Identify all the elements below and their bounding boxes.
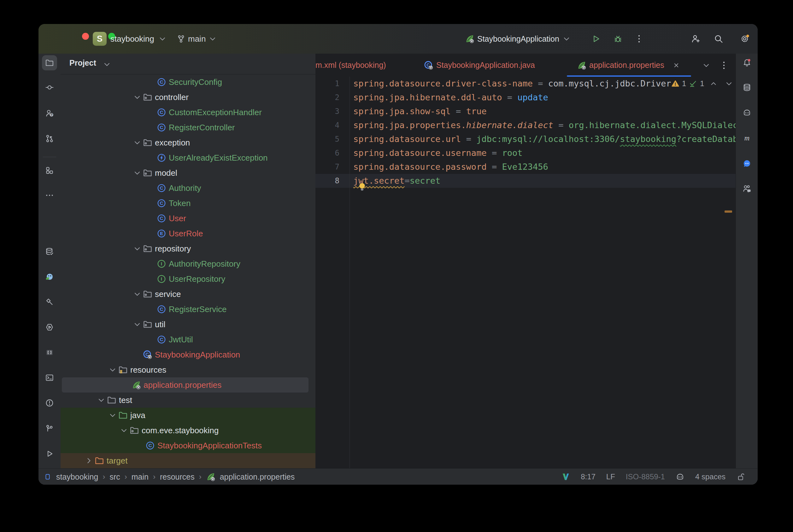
tab-staybookingapplication-java[interactable]: CStaybookingApplication.java xyxy=(424,54,535,77)
close-window-button[interactable] xyxy=(82,33,89,40)
close-icon[interactable] xyxy=(673,61,680,69)
tab-application-properties[interactable]: application.properties xyxy=(567,54,680,77)
code-with-me-button[interactable] xyxy=(688,31,703,46)
tool-button-notifications-bell[interactable] xyxy=(739,55,755,70)
tool-button-structure[interactable] xyxy=(42,163,57,178)
tool-button-services[interactable] xyxy=(42,320,57,335)
tool-button-chat[interactable] xyxy=(739,156,755,171)
project-widget[interactable]: S staybooking xyxy=(93,31,167,46)
line-ending[interactable]: LF xyxy=(606,472,615,481)
tree-item-registerservice[interactable]: CRegisterService xyxy=(61,302,315,317)
debug-button[interactable] xyxy=(611,31,625,46)
caret-position[interactable]: 8:17 xyxy=(581,472,596,481)
branch-widget[interactable]: main xyxy=(177,31,217,46)
tree-item-resources[interactable]: resources xyxy=(61,362,315,377)
run-button[interactable] xyxy=(588,31,603,46)
code-line[interactable]: spring.jpa.hibernate.ddl-auto = update xyxy=(353,91,548,104)
tool-button-pull-request[interactable] xyxy=(42,131,57,146)
tree-item-java[interactable]: java xyxy=(61,408,315,423)
tool-button-database-check[interactable] xyxy=(42,244,57,259)
tree-item-userrepository[interactable]: IUserRepository xyxy=(61,271,315,286)
scrollbar-warning-stripe[interactable] xyxy=(724,210,732,213)
chevron-down-icon[interactable] xyxy=(97,396,106,404)
settings-button[interactable] xyxy=(737,31,752,46)
breadcrumb-file[interactable]: application.properties xyxy=(220,472,295,481)
hidden-tabs-button[interactable] xyxy=(702,54,711,77)
v-plugin-icon[interactable] xyxy=(561,472,570,481)
tree-item-exception[interactable]: exception xyxy=(61,135,315,150)
tree-item-test[interactable]: test xyxy=(61,393,315,408)
tool-button-terminal[interactable] xyxy=(42,370,57,385)
chevron-down-icon[interactable] xyxy=(133,138,142,147)
indent-size[interactable]: 4 spaces xyxy=(695,472,726,481)
tree-item-model[interactable]: model xyxy=(61,165,315,180)
search-everywhere-button[interactable] xyxy=(711,31,726,46)
project-panel-header[interactable]: Project xyxy=(61,54,315,74)
tree-item-application-properties[interactable]: application.properties xyxy=(61,377,315,393)
tool-button-git-branch[interactable] xyxy=(42,421,57,436)
tool-button-database[interactable] xyxy=(739,80,755,95)
breadcrumb-item[interactable]: resources xyxy=(160,472,195,481)
tool-button-project-folder[interactable] xyxy=(42,55,57,70)
chevron-down-icon[interactable] xyxy=(108,411,117,420)
editor-content[interactable]: 1spring.datasource.driver-class-name = c… xyxy=(315,77,736,468)
tree-item-authorityrepository[interactable]: IAuthorityRepository xyxy=(61,256,315,271)
tab-options-button[interactable] xyxy=(719,54,729,77)
intention-bulb-icon[interactable] xyxy=(357,182,367,191)
code-line[interactable]: spring.jpa.show-sql = true xyxy=(353,104,487,118)
tree-item-repository[interactable]: repository xyxy=(61,241,315,256)
code-line[interactable]: spring.datasource.username = root xyxy=(353,146,522,160)
code-line[interactable]: spring.datasource.driver-class-name = co… xyxy=(353,77,671,91)
tree-item-registercontroller[interactable]: CRegisterController xyxy=(61,120,315,135)
tab-m-xml-staybooking-[interactable]: m.xml (staybooking) xyxy=(315,54,386,77)
chevron-down-icon[interactable] xyxy=(133,93,142,101)
inspections-widget[interactable]: 1 1 xyxy=(671,77,733,91)
tool-button-problems[interactable] xyxy=(42,395,57,411)
tool-button-more-h[interactable] xyxy=(42,188,57,203)
tree-item-token[interactable]: CToken xyxy=(61,196,315,211)
tool-button-build-hammer[interactable] xyxy=(42,294,57,309)
tree-item-target[interactable]: target xyxy=(61,453,315,468)
tool-button-owl-plugin[interactable] xyxy=(42,269,57,284)
tool-button-brackets[interactable] xyxy=(42,345,57,360)
tool-button-copilot[interactable] xyxy=(739,105,755,120)
tree-item-user[interactable]: CUser xyxy=(61,211,315,226)
unlock-icon[interactable] xyxy=(736,472,745,481)
breadcrumb-item[interactable]: main xyxy=(132,472,149,481)
chevron-right-icon[interactable] xyxy=(84,456,93,465)
chevron-down-icon[interactable] xyxy=(119,426,129,435)
chevron-down-icon[interactable] xyxy=(133,320,142,329)
prev-problem-icon[interactable] xyxy=(710,79,718,88)
tree-item-controller[interactable]: controller xyxy=(61,90,315,105)
code-line[interactable]: spring.datasource.url = jdbc:mysql://loc… xyxy=(353,132,736,146)
tree-item-staybookingapplicationtests[interactable]: CStaybookingApplicationTests xyxy=(61,438,315,453)
tree-item-customexceptionhandler[interactable]: CCustomExceptionHandler xyxy=(61,105,315,120)
breadcrumb-item[interactable]: staybooking xyxy=(56,472,98,481)
run-configuration-widget[interactable]: StaybookingApplication xyxy=(465,31,571,46)
file-encoding[interactable]: ISO-8859-1 xyxy=(626,472,665,481)
tree-item-util[interactable]: util xyxy=(61,317,315,332)
next-problem-icon[interactable] xyxy=(724,79,733,88)
copilot-icon[interactable] xyxy=(676,472,684,481)
tree-item-securityconfig[interactable]: CSecurityConfig xyxy=(61,74,315,90)
tree-item-userrole[interactable]: EUserRole xyxy=(61,226,315,241)
code-line[interactable]: spring.jpa.properties.hibernate.dialect … xyxy=(353,118,736,132)
tree-item-authority[interactable]: CAuthority xyxy=(61,180,315,196)
tree-item-service[interactable]: service xyxy=(61,286,315,302)
tool-button-person-question[interactable]: ? xyxy=(42,106,57,121)
tree-item-jwtutil[interactable]: CJwtUtil xyxy=(61,332,315,347)
tool-button-people-chat[interactable] xyxy=(739,181,755,196)
more-run-actions-button[interactable] xyxy=(632,31,646,46)
tree-item-useralreadyexistexception[interactable]: UserAlreadyExistException xyxy=(61,150,315,165)
tree-item-com-eve-staybooking[interactable]: com.eve.staybooking xyxy=(61,423,315,438)
chevron-down-icon[interactable] xyxy=(108,365,117,374)
chevron-down-icon[interactable] xyxy=(133,290,142,299)
chevron-down-icon[interactable] xyxy=(133,244,142,253)
chevron-down-icon[interactable] xyxy=(133,169,142,177)
tool-button-maven[interactable]: m xyxy=(739,131,755,146)
breadcrumb-item[interactable]: src xyxy=(110,472,120,481)
tool-button-commit[interactable] xyxy=(42,80,57,95)
tool-button-run[interactable] xyxy=(42,446,57,461)
code-line[interactable]: spring.datasource.password = Eve123456 xyxy=(353,160,548,174)
tree-item-staybookingapplication[interactable]: CStaybookingApplication xyxy=(61,347,315,362)
